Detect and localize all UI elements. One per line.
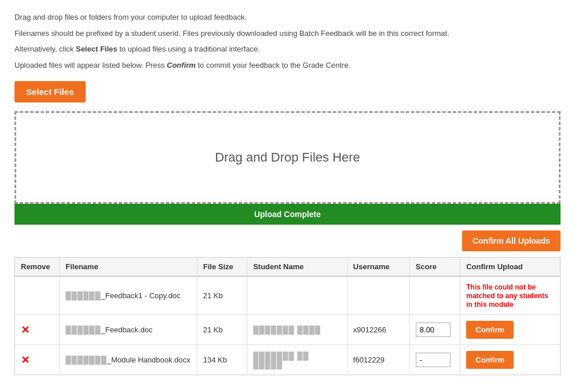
filename-prefix-0: ██████: [65, 291, 101, 300]
cell-confirm-0: This file could not be matched to any st…: [460, 276, 561, 315]
instruction-line4: Uploaded files will appear listed below.…: [14, 60, 561, 71]
header-student: Student Name: [247, 258, 347, 277]
table-header-row: Remove Filename File Size Student Name U…: [15, 258, 561, 277]
drop-zone[interactable]: Drag and Drop Files Here: [14, 111, 561, 204]
cell-filesize-0: 21 Kb: [197, 276, 247, 315]
cell-username-1: x9012266: [347, 315, 409, 345]
instruction-confirm-em: Confirm: [167, 61, 196, 69]
cell-filename-0: ██████_Feedback1 - Copy.doc: [60, 276, 197, 315]
student-name-2: ███████ ██ █████: [253, 351, 309, 369]
cell-score-1[interactable]: [409, 315, 460, 345]
header-username: Username: [347, 258, 409, 277]
student-name-1: ███████ ████: [253, 325, 321, 334]
confirm-all-container: Confirm All Uploads: [14, 230, 561, 251]
filename-suffix-1: _Feedback.doc: [101, 325, 153, 334]
filename-suffix-0: _Feedback1 - Copy.doc: [101, 291, 181, 300]
cell-score-0: [409, 276, 460, 315]
select-files-link-text: Select Files: [76, 45, 118, 53]
cell-filename-2: ███████_Module Handbook.docx: [60, 345, 197, 375]
confirm-all-button[interactable]: Confirm All Uploads: [462, 230, 561, 251]
cell-username-2: f6012229: [347, 345, 409, 375]
upload-complete-bar: Upload Complete: [14, 204, 561, 225]
cell-filename-1: ██████_Feedback.doc: [60, 315, 197, 345]
instruction-line1: Drag and drop files or folders from your…: [14, 12, 561, 23]
instruction-line3-post: to upload files using a traditional inte…: [118, 45, 260, 53]
filename-prefix-1: ██████: [65, 325, 101, 334]
instructions-block: Drag and drop files or folders from your…: [14, 12, 561, 71]
header-remove: Remove: [15, 258, 60, 277]
cell-filesize-1: 21 Kb: [197, 315, 247, 345]
header-confirm: Confirm Upload: [460, 258, 561, 277]
cell-student-0: [247, 276, 347, 315]
filename-prefix-2: ███████: [65, 356, 107, 364]
instruction-line4-post: to commit your feedback to the Grade Cen…: [196, 61, 350, 69]
instruction-line3-pre: Alternatively, click: [14, 45, 76, 53]
cell-confirm-1[interactable]: Confirm: [460, 315, 561, 345]
cell-filesize-2: 134 Kb: [197, 345, 247, 375]
header-score: Score: [409, 258, 460, 277]
cell-remove-2[interactable]: ✕: [15, 345, 60, 375]
cell-student-1: ███████ ████: [247, 315, 347, 345]
cell-student-2: ███████ ██ █████: [247, 345, 347, 375]
table-row: ██████_Feedback1 - Copy.doc21 KbThis fil…: [15, 276, 561, 315]
confirm-button-1[interactable]: Confirm: [466, 321, 514, 339]
filename-suffix-2: _Module Handbook.docx: [107, 356, 191, 364]
table-row: ✕██████_Feedback.doc21 Kb███████ ████x90…: [15, 315, 561, 345]
remove-icon-2[interactable]: ✕: [21, 354, 30, 366]
score-input-2[interactable]: [416, 353, 451, 367]
error-text-0: This file could not be matched to any st…: [466, 283, 548, 309]
instruction-line2: Filenames should be prefixed by a studen…: [14, 28, 561, 39]
files-table: Remove Filename File Size Student Name U…: [14, 257, 561, 375]
instruction-line4-pre: Uploaded files will appear listed below.…: [14, 61, 167, 69]
header-filename: Filename: [60, 258, 197, 277]
select-files-button[interactable]: Select Files: [14, 81, 86, 102]
table-row: ✕███████_Module Handbook.docx134 Kb█████…: [15, 345, 561, 375]
instruction-line3: Alternatively, click Select Files to upl…: [14, 43, 561, 55]
cell-score-2[interactable]: [409, 345, 460, 375]
cell-remove-1[interactable]: ✕: [15, 315, 60, 345]
score-input-1[interactable]: [416, 323, 451, 337]
confirm-button-2[interactable]: Confirm: [466, 351, 514, 369]
cell-remove-0: [15, 276, 60, 315]
cell-confirm-2[interactable]: Confirm: [460, 345, 561, 375]
drop-zone-text: Drag and Drop Files Here: [215, 150, 360, 165]
remove-icon-1[interactable]: ✕: [21, 324, 30, 336]
header-filesize: File Size: [197, 258, 247, 277]
cell-username-0: [347, 276, 409, 315]
